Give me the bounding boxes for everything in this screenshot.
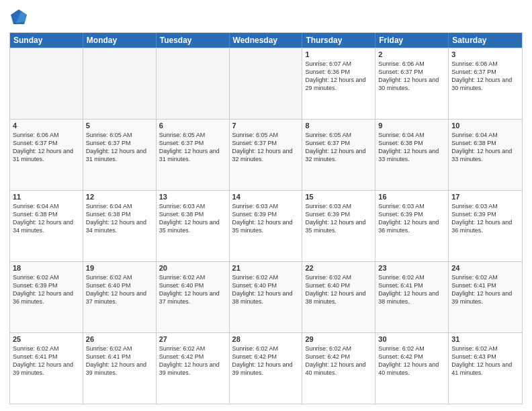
header-day-monday: Monday [83, 33, 157, 48]
logo-icon [9, 8, 28, 27]
day-number: 22 [305, 264, 372, 272]
calendar-cell: 9Sunrise: 6:04 AM Sunset: 6:38 PM Daylig… [375, 120, 449, 190]
day-number: 23 [378, 264, 445, 272]
cell-info: Sunrise: 6:05 AM Sunset: 6:37 PM Dayligh… [159, 131, 226, 164]
cell-info: Sunrise: 6:06 AM Sunset: 6:37 PM Dayligh… [378, 60, 445, 93]
cell-info: Sunrise: 6:02 AM Sunset: 6:40 PM Dayligh… [159, 273, 226, 306]
cell-info: Sunrise: 6:02 AM Sunset: 6:40 PM Dayligh… [232, 273, 300, 306]
header-day-saturday: Saturday [449, 33, 522, 48]
cell-info: Sunrise: 6:04 AM Sunset: 6:38 PM Dayligh… [13, 202, 80, 235]
calendar-cell: 2Sunrise: 6:06 AM Sunset: 6:37 PM Daylig… [375, 48, 449, 119]
day-number: 13 [159, 193, 226, 201]
cell-info: Sunrise: 6:02 AM Sunset: 6:42 PM Dayligh… [159, 345, 226, 377]
cell-info: Sunrise: 6:02 AM Sunset: 6:42 PM Dayligh… [378, 345, 445, 377]
calendar-cell: 23Sunrise: 6:02 AM Sunset: 6:41 PM Dayli… [375, 262, 449, 332]
calendar-cell: 8Sunrise: 6:05 AM Sunset: 6:37 PM Daylig… [302, 120, 375, 190]
calendar: SundayMondayTuesdayWednesdayThursdayFrid… [9, 32, 523, 404]
cell-info: Sunrise: 6:03 AM Sunset: 6:39 PM Dayligh… [378, 202, 445, 235]
cell-info: Sunrise: 6:02 AM Sunset: 6:41 PM Dayligh… [378, 273, 445, 306]
calendar-cell: 20Sunrise: 6:02 AM Sunset: 6:40 PM Dayli… [157, 262, 230, 332]
cell-info: Sunrise: 6:02 AM Sunset: 6:43 PM Dayligh… [451, 345, 519, 377]
header-day-tuesday: Tuesday [157, 33, 230, 48]
calendar-cell: 11Sunrise: 6:04 AM Sunset: 6:38 PM Dayli… [10, 191, 83, 261]
header [9, 8, 523, 27]
day-number: 18 [13, 264, 80, 272]
calendar-cell: 31Sunrise: 6:02 AM Sunset: 6:43 PM Dayli… [449, 333, 522, 404]
calendar-cell: 15Sunrise: 6:03 AM Sunset: 6:39 PM Dayli… [302, 191, 375, 261]
calendar-cell [157, 48, 230, 119]
day-number: 28 [232, 335, 300, 343]
calendar-cell: 27Sunrise: 6:02 AM Sunset: 6:42 PM Dayli… [157, 333, 230, 404]
cell-info: Sunrise: 6:02 AM Sunset: 6:39 PM Dayligh… [13, 273, 80, 306]
calendar-cell: 18Sunrise: 6:02 AM Sunset: 6:39 PM Dayli… [10, 262, 83, 332]
header-day-friday: Friday [375, 33, 449, 48]
cell-info: Sunrise: 6:02 AM Sunset: 6:40 PM Dayligh… [86, 273, 153, 306]
day-number: 19 [86, 264, 153, 272]
cell-info: Sunrise: 6:03 AM Sunset: 6:39 PM Dayligh… [232, 202, 300, 235]
day-number: 21 [232, 264, 300, 272]
cell-info: Sunrise: 6:02 AM Sunset: 6:41 PM Dayligh… [86, 345, 153, 377]
calendar-cell: 7Sunrise: 6:05 AM Sunset: 6:37 PM Daylig… [230, 120, 303, 190]
day-number: 24 [451, 264, 519, 272]
day-number: 14 [232, 193, 300, 201]
cell-info: Sunrise: 6:04 AM Sunset: 6:38 PM Dayligh… [451, 131, 519, 164]
calendar-header-row: SundayMondayTuesdayWednesdayThursdayFrid… [10, 33, 522, 48]
page: SundayMondayTuesdayWednesdayThursdayFrid… [0, 0, 532, 411]
calendar-cell: 1Sunrise: 6:07 AM Sunset: 6:36 PM Daylig… [302, 48, 375, 119]
day-number: 7 [232, 122, 300, 130]
day-number: 25 [13, 335, 80, 343]
day-number: 29 [305, 335, 372, 343]
calendar-cell: 14Sunrise: 6:03 AM Sunset: 6:39 PM Dayli… [230, 191, 303, 261]
day-number: 27 [159, 335, 226, 343]
calendar-cell: 16Sunrise: 6:03 AM Sunset: 6:39 PM Dayli… [375, 191, 449, 261]
cell-info: Sunrise: 6:06 AM Sunset: 6:37 PM Dayligh… [13, 131, 80, 164]
calendar-week-4: 18Sunrise: 6:02 AM Sunset: 6:39 PM Dayli… [10, 261, 522, 332]
calendar-cell: 30Sunrise: 6:02 AM Sunset: 6:42 PM Dayli… [375, 333, 449, 404]
header-day-wednesday: Wednesday [230, 33, 303, 48]
cell-info: Sunrise: 6:06 AM Sunset: 6:37 PM Dayligh… [451, 60, 519, 93]
cell-info: Sunrise: 6:07 AM Sunset: 6:36 PM Dayligh… [305, 60, 372, 93]
day-number: 1 [305, 50, 372, 58]
calendar-cell: 17Sunrise: 6:03 AM Sunset: 6:39 PM Dayli… [449, 191, 522, 261]
logo [9, 8, 30, 27]
day-number: 5 [86, 122, 153, 130]
calendar-cell [230, 48, 303, 119]
header-day-thursday: Thursday [302, 33, 375, 48]
calendar-cell: 28Sunrise: 6:02 AM Sunset: 6:42 PM Dayli… [230, 333, 303, 404]
cell-info: Sunrise: 6:02 AM Sunset: 6:42 PM Dayligh… [232, 345, 300, 377]
day-number: 20 [159, 264, 226, 272]
day-number: 12 [86, 193, 153, 201]
calendar-cell: 26Sunrise: 6:02 AM Sunset: 6:41 PM Dayli… [83, 333, 157, 404]
calendar-cell: 24Sunrise: 6:02 AM Sunset: 6:41 PM Dayli… [449, 262, 522, 332]
day-number: 3 [451, 50, 519, 58]
cell-info: Sunrise: 6:04 AM Sunset: 6:38 PM Dayligh… [378, 131, 445, 164]
day-number: 2 [378, 50, 445, 58]
day-number: 11 [13, 193, 80, 201]
cell-info: Sunrise: 6:03 AM Sunset: 6:38 PM Dayligh… [159, 202, 226, 235]
calendar-cell: 13Sunrise: 6:03 AM Sunset: 6:38 PM Dayli… [157, 191, 230, 261]
calendar-cell [83, 48, 157, 119]
day-number: 10 [451, 122, 519, 130]
day-number: 4 [13, 122, 80, 130]
cell-info: Sunrise: 6:03 AM Sunset: 6:39 PM Dayligh… [451, 202, 519, 235]
cell-info: Sunrise: 6:05 AM Sunset: 6:37 PM Dayligh… [305, 131, 372, 164]
calendar-cell: 29Sunrise: 6:02 AM Sunset: 6:42 PM Dayli… [302, 333, 375, 404]
header-day-sunday: Sunday [10, 33, 83, 48]
cell-info: Sunrise: 6:03 AM Sunset: 6:39 PM Dayligh… [305, 202, 372, 235]
day-number: 6 [159, 122, 226, 130]
cell-info: Sunrise: 6:05 AM Sunset: 6:37 PM Dayligh… [86, 131, 153, 164]
calendar-cell: 10Sunrise: 6:04 AM Sunset: 6:38 PM Dayli… [449, 120, 522, 190]
day-number: 15 [305, 193, 372, 201]
calendar-cell: 6Sunrise: 6:05 AM Sunset: 6:37 PM Daylig… [157, 120, 230, 190]
cell-info: Sunrise: 6:02 AM Sunset: 6:41 PM Dayligh… [451, 273, 519, 306]
calendar-week-1: 1Sunrise: 6:07 AM Sunset: 6:36 PM Daylig… [10, 48, 522, 119]
calendar-cell: 4Sunrise: 6:06 AM Sunset: 6:37 PM Daylig… [10, 120, 83, 190]
calendar-cell: 22Sunrise: 6:02 AM Sunset: 6:40 PM Dayli… [302, 262, 375, 332]
calendar-week-2: 4Sunrise: 6:06 AM Sunset: 6:37 PM Daylig… [10, 119, 522, 190]
cell-info: Sunrise: 6:02 AM Sunset: 6:41 PM Dayligh… [13, 345, 80, 377]
day-number: 16 [378, 193, 445, 201]
calendar-cell [10, 48, 83, 119]
day-number: 9 [378, 122, 445, 130]
calendar-cell: 21Sunrise: 6:02 AM Sunset: 6:40 PM Dayli… [230, 262, 303, 332]
calendar-cell: 19Sunrise: 6:02 AM Sunset: 6:40 PM Dayli… [83, 262, 157, 332]
